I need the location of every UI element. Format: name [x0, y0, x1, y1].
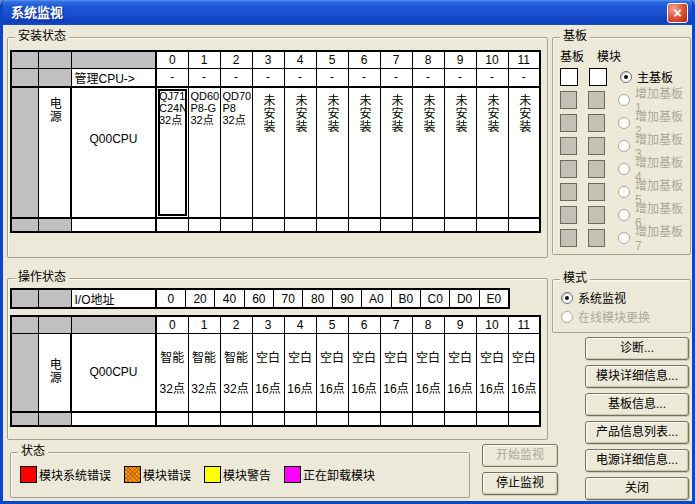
op-slot-0[interactable]: 智能32点: [156, 333, 188, 412]
grid-cell: [71, 51, 156, 68]
close-dialog-button[interactable]: 关闭: [585, 477, 689, 500]
base-column-label: 基板: [560, 47, 584, 64]
op-slot-3[interactable]: 空白16点: [252, 333, 284, 412]
op-slot-11[interactable]: 空白16点: [508, 333, 540, 412]
module-slot-1[interactable]: QD60 P8-G 32点: [188, 87, 220, 218]
status-legend-group-label: 状态: [18, 444, 48, 458]
grid-cell: [71, 218, 156, 232]
slot-header: 7: [380, 316, 412, 333]
grid-cell: [252, 218, 284, 232]
slot-header: 0: [156, 316, 188, 333]
grid-cell: [188, 218, 220, 232]
grid-cell: [412, 218, 444, 232]
io-address-value: B0: [391, 289, 420, 308]
module-slot-0[interactable]: QJ71 C24N 32点: [156, 87, 188, 218]
legend-label: 模块警告: [223, 466, 271, 483]
grid-cell: [38, 412, 71, 426]
radio-system-monitor[interactable]: [561, 292, 573, 304]
slot-header: 6: [348, 51, 380, 68]
slot-header: 3: [252, 316, 284, 333]
op-slot-6[interactable]: 空白16点: [348, 333, 380, 412]
grid-cell: [380, 412, 412, 426]
io-address-value: C0: [421, 289, 450, 308]
power-supply-cell[interactable]: 电源: [38, 87, 71, 218]
mode-option-online-module-change: 在线模块更换: [559, 307, 650, 326]
title-bar: 系统监视 ×: [3, 0, 692, 25]
module-slot-4[interactable]: 未安装: [284, 87, 316, 218]
slot-header: 5: [316, 316, 348, 333]
module-slot-7[interactable]: 未安装: [380, 87, 412, 218]
grid-cell: [11, 412, 38, 426]
operation-modules-row: 电源 Q00CPU 智能32点 智能32点 智能32点 空白16点 空白16点 …: [11, 333, 540, 412]
radio-main-base[interactable]: [620, 71, 632, 83]
module-slot-5[interactable]: 未安装: [316, 87, 348, 218]
op-slot-10[interactable]: 空白16点: [476, 333, 508, 412]
grid-cell: [38, 316, 71, 333]
io-address-label: I/O地址: [71, 289, 156, 308]
grid-cell: [412, 412, 444, 426]
manage-cpu-value: -: [284, 68, 316, 87]
status-legend-group: 状态 模块系统错误 模块错误 模块警告 正在卸载模块: [10, 452, 470, 498]
op-slot-9[interactable]: 空白16点: [444, 333, 476, 412]
op-slot-4[interactable]: 空白16点: [284, 333, 316, 412]
radio-extension-base-7: [618, 232, 630, 244]
cpu-cell[interactable]: Q00CPU: [71, 87, 156, 218]
power-detail-button[interactable]: 电源详细信息...: [585, 449, 689, 472]
radio-extension-base-2: [618, 117, 630, 129]
close-button[interactable]: ×: [667, 3, 688, 23]
radio-extension-base-4: [618, 163, 630, 175]
module-slot-9[interactable]: 未安装: [444, 87, 476, 218]
slot-header: 8: [412, 51, 444, 68]
radio-extension-base-1: [618, 94, 630, 106]
module-detail-button[interactable]: 模块详细信息...: [585, 365, 689, 388]
io-address-value: 90: [332, 289, 361, 308]
base-led: [560, 229, 577, 247]
grid-cell: [220, 218, 252, 232]
radio-extension-base-3: [618, 140, 630, 152]
op-slot-1[interactable]: 智能32点: [188, 333, 220, 412]
module-slot-3[interactable]: 未安装: [252, 87, 284, 218]
base-board-group-label: 基板: [560, 29, 590, 43]
legend-swatch-module-unloading: [284, 466, 301, 483]
op-slot-5[interactable]: 空白16点: [316, 333, 348, 412]
product-list-button[interactable]: 产品信息列表...: [585, 421, 689, 444]
slot-header: 9: [444, 51, 476, 68]
cpu-cell[interactable]: Q00CPU: [71, 333, 156, 412]
op-slot-8[interactable]: 空白16点: [412, 333, 444, 412]
module-slot-6[interactable]: 未安装: [348, 87, 380, 218]
slot-header: 10: [476, 316, 508, 333]
module-slot-2[interactable]: QD70 P8 32点: [220, 87, 252, 218]
base-led: [560, 91, 577, 109]
diagnostics-button[interactable]: 诊断...: [585, 337, 689, 360]
system-monitor-dialog: 系统监视 × 安装状态 0 1 2 3 4 5 6 7 8 9 10 11: [0, 0, 695, 504]
module-column-label: 模块: [597, 47, 621, 64]
grid-cell: [38, 68, 71, 87]
op-slot-2[interactable]: 智能32点: [220, 333, 252, 412]
grid-cell: [380, 218, 412, 232]
close-icon: ×: [673, 5, 681, 21]
install-modules-row: 电源 Q00CPU QJ71 C24N 32点 QD60 P8-G 32点 QD…: [11, 87, 540, 218]
legend-swatch-module-error: [124, 466, 141, 483]
grid-cell: [71, 412, 156, 426]
power-supply-cell[interactable]: 电源: [38, 333, 71, 412]
base-board-row-ext7: 增加基板7: [560, 226, 686, 249]
module-slot-8[interactable]: 未安装: [412, 87, 444, 218]
operation-bottom-row: [11, 412, 540, 426]
grid-cell: [156, 218, 188, 232]
legend-label: 模块错误: [143, 466, 191, 483]
grid-cell: [348, 412, 380, 426]
manage-cpu-value: -: [508, 68, 540, 87]
module-slot-10[interactable]: 未安装: [476, 87, 508, 218]
base-led: [560, 114, 577, 132]
base-led: [560, 160, 577, 178]
grid-cell: [38, 218, 71, 232]
op-slot-7[interactable]: 空白16点: [380, 333, 412, 412]
module-slot-11[interactable]: 未安装: [508, 87, 540, 218]
manage-cpu-label: 管理CPU->: [71, 68, 156, 87]
radio-label: 在线模块更换: [578, 308, 650, 325]
slot-header: 8: [412, 316, 444, 333]
window-title: 系统监视: [3, 0, 63, 25]
base-info-button[interactable]: 基板信息...: [585, 393, 689, 416]
grid-cell: [444, 412, 476, 426]
stop-monitor-button[interactable]: 停止监视: [482, 472, 558, 495]
